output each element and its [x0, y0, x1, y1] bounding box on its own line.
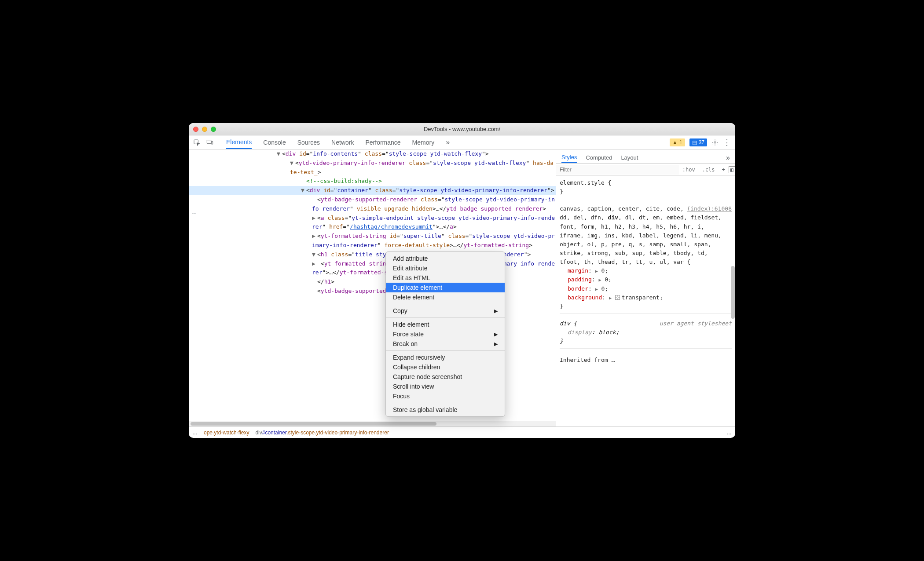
ua-close-brace: }: [560, 337, 732, 346]
styles-sidebar: Styles Computed Layout :hov .cls + ◧ ele…: [556, 149, 735, 426]
tab-network[interactable]: Network: [331, 136, 354, 149]
breadcrumb-item-1[interactable]: div#container.style-scope.ytd-video-prim…: [255, 430, 389, 436]
kebab-menu-icon[interactable]: ⋮: [723, 138, 731, 146]
style-source-link[interactable]: (index):61008: [687, 204, 732, 213]
svg-rect-1: [207, 140, 211, 143]
ctx-focus[interactable]: Focus: [386, 391, 505, 401]
ctx-separator: [386, 317, 505, 318]
svg-point-3: [714, 142, 716, 143]
panel-tabs: Elements Console Sources Network Perform…: [218, 135, 665, 149]
message-icon: ▤: [692, 139, 697, 146]
content-area: … ▼<div id="info-contents" class="style-…: [189, 149, 735, 426]
tabs-overflow-icon[interactable]: [446, 138, 450, 146]
sidebar-tabs: Styles Computed Layout: [556, 149, 735, 164]
dom-node[interactable]: <!--css-build:shady-->: [189, 177, 556, 186]
style-declaration[interactable]: margin: ▶ 0;: [560, 266, 732, 275]
element-style-open: element.style {: [560, 178, 732, 187]
ctx-force-state[interactable]: Force state▶: [386, 329, 505, 339]
ctx-edit-as-html[interactable]: Edit as HTML: [386, 273, 505, 283]
styles-filter-input[interactable]: [556, 165, 679, 175]
tab-console[interactable]: Console: [263, 136, 286, 149]
warning-icon: ▲: [672, 139, 678, 146]
style-declaration[interactable]: border: ▶ 0;: [560, 284, 732, 293]
ctx-separator: [386, 403, 505, 403]
ctx-separator: [386, 350, 505, 351]
window-title: DevTools - www.youtube.com/: [189, 126, 735, 132]
close-brace: }: [560, 302, 732, 311]
dom-node[interactable]: <ytd-badge-supported-renderer class="sty…: [189, 195, 556, 214]
breadcrumb-item-0[interactable]: ope.ytd-watch-flexy: [204, 430, 249, 436]
ua-style-block: user agent stylesheet div { display: blo…: [560, 319, 732, 349]
dom-node[interactable]: ▶<yt-formatted-string id="super-title" c…: [189, 232, 556, 250]
styles-body: element.style { } (index):61008 canvas, …: [556, 176, 735, 426]
tab-performance[interactable]: Performance: [365, 136, 400, 149]
context-menu[interactable]: Add attributeEdit attributeEdit as HTMLD…: [385, 251, 505, 417]
cls-toggle[interactable]: .cls: [699, 165, 719, 175]
selector-list: canvas, caption, center, cite, code, dd,…: [560, 205, 722, 265]
sidebar-tabs-overflow-icon[interactable]: [726, 154, 730, 162]
ctx-collapse-children[interactable]: Collapse children: [386, 362, 505, 372]
breadcrumb-bar: … ope.ytd-watch-flexy div#container.styl…: [189, 426, 735, 438]
svg-rect-2: [211, 141, 213, 144]
dom-node[interactable]: ▼<div id="info-contents" class="style-sc…: [189, 149, 556, 159]
dom-node[interactable]: ▼<ytd-video-primary-info-renderer class=…: [189, 159, 556, 177]
inherited-from[interactable]: Inherited from …: [560, 354, 732, 366]
ctx-add-attribute[interactable]: Add attribute: [386, 254, 505, 263]
gear-icon[interactable]: [711, 139, 719, 146]
main-toolbar: Elements Console Sources Network Perform…: [189, 135, 735, 149]
sidebar-tab-styles[interactable]: Styles: [561, 152, 577, 163]
dom-node[interactable]: ▶<a class="yt-simple-endpoint style-scop…: [189, 214, 556, 232]
ctx-break-on[interactable]: Break on▶: [386, 339, 505, 349]
ctx-duplicate-element[interactable]: Duplicate element: [386, 283, 505, 292]
titlebar: DevTools - www.youtube.com/: [189, 123, 735, 135]
sidebar-tab-layout[interactable]: Layout: [621, 153, 638, 163]
sidebar-tab-computed[interactable]: Computed: [586, 153, 612, 163]
declarations: margin: ▶ 0;padding: ▶ 0;border: ▶ 0;bac…: [560, 266, 732, 302]
devtools-window: DevTools - www.youtube.com/ Elements Con…: [189, 123, 735, 438]
ctx-delete-element[interactable]: Delete element: [386, 292, 505, 302]
dom-node[interactable]: ▼<div id="container" class="style-scope …: [189, 186, 556, 195]
add-style-button[interactable]: +: [719, 165, 729, 175]
breadcrumb-overflow-left[interactable]: …: [192, 430, 198, 436]
ctx-hide-element[interactable]: Hide element: [386, 320, 505, 329]
ua-selector: div {: [560, 320, 577, 327]
ctx-separator: [386, 304, 505, 304]
v-scrollbar[interactable]: [730, 149, 735, 415]
breadcrumb-overflow-right[interactable]: …: [726, 430, 732, 436]
ctx-edit-attribute[interactable]: Edit attribute: [386, 263, 505, 273]
ua-decl: display: block;: [560, 328, 732, 337]
hov-toggle[interactable]: :hov: [679, 165, 699, 175]
issues-badge[interactable]: ▤ 37: [689, 138, 707, 146]
h-scrollbar[interactable]: [189, 421, 556, 426]
ctx-store-as-global-variable[interactable]: Store as global variable: [386, 405, 505, 415]
inspect-icon[interactable]: [193, 139, 200, 146]
warning-count: 1: [679, 139, 682, 146]
reset-style-block[interactable]: (index):61008 canvas, caption, center, c…: [560, 204, 732, 314]
ctx-copy[interactable]: Copy▶: [386, 306, 505, 316]
element-style-block[interactable]: element.style { }: [560, 178, 732, 199]
ctx-capture-node-screenshot[interactable]: Capture node screenshot: [386, 372, 505, 382]
ctx-scroll-into-view[interactable]: Scroll into view: [386, 382, 505, 391]
warning-badge[interactable]: ▲ 1: [670, 138, 685, 146]
ctx-expand-recursively[interactable]: Expand recursively: [386, 353, 505, 362]
tab-memory[interactable]: Memory: [412, 136, 435, 149]
style-declaration[interactable]: padding: ▶ 0;: [560, 275, 732, 284]
styles-filter-row: :hov .cls + ◧: [556, 164, 735, 176]
style-declaration[interactable]: background: ▶ transparent;: [560, 293, 732, 302]
element-style-close: }: [560, 187, 732, 196]
tab-elements[interactable]: Elements: [226, 136, 252, 149]
ua-note: user agent stylesheet: [660, 319, 732, 328]
tab-sources[interactable]: Sources: [297, 136, 320, 149]
device-toolbar-icon[interactable]: [206, 139, 213, 146]
message-count: 37: [699, 139, 704, 146]
